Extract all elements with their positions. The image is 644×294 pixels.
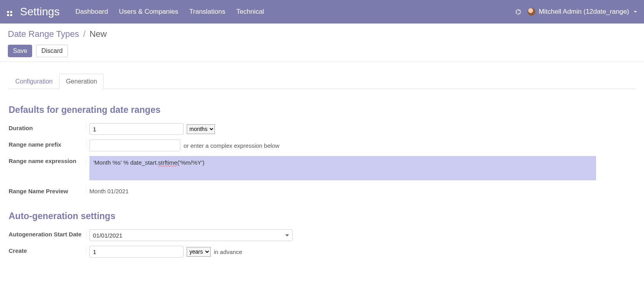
duration-input[interactable] — [89, 123, 184, 135]
apps-icon[interactable] — [7, 7, 12, 16]
app-brand[interactable]: Settings — [20, 5, 60, 18]
avatar — [528, 8, 535, 16]
control-panel: Date Range Types / New Save Discard — [0, 24, 644, 62]
preview-value: Month 01/2021 — [89, 186, 635, 194]
startdate-select[interactable]: 01/01/2021 — [89, 229, 293, 241]
label-startdate: Autogeneration Start Date — [9, 229, 86, 238]
label-duration: Duration — [9, 123, 86, 131]
user-menu[interactable]: Mitchell Admin (12date_range) — [528, 8, 637, 16]
row-expression: Range name expression 'Month %s' % date_… — [9, 156, 635, 181]
label-expression: Range name expression — [9, 156, 86, 164]
prefix-input[interactable] — [89, 140, 180, 151]
breadcrumb-current: New — [89, 29, 107, 39]
menu-translations[interactable]: Translations — [189, 8, 226, 16]
breadcrumb-parent[interactable]: Date Range Types — [8, 29, 79, 39]
navbar: Settings Dashboard Users & Companies Tra… — [0, 0, 644, 24]
row-preview: Range Name Preview Month 01/2021 — [9, 186, 635, 194]
breadcrumb: Date Range Types / New — [8, 29, 636, 39]
create-unit-select[interactable]: years — [187, 247, 211, 257]
save-button[interactable]: Save — [8, 45, 32, 57]
label-preview: Range Name Preview — [9, 186, 86, 194]
navbar-right: ⌬ Mitchell Admin (12date_range) — [515, 8, 637, 16]
chevron-down-icon — [634, 11, 637, 13]
menu-users-companies[interactable]: Users & Companies — [119, 8, 178, 16]
action-buttons: Save Discard — [8, 45, 636, 57]
section-autogen-title: Auto-generation settings — [9, 211, 635, 221]
expression-textarea[interactable] — [89, 156, 596, 180]
menu-technical[interactable]: Technical — [236, 8, 264, 16]
navbar-menu: Dashboard Users & Companies Translations… — [75, 8, 515, 16]
form-sheet: Configuration Generation Defaults for ge… — [0, 62, 644, 274]
create-suffix: in advance — [214, 249, 242, 255]
row-prefix: Range name prefix or enter a complex exp… — [9, 140, 635, 151]
debug-icon[interactable]: ⌬ — [515, 8, 521, 16]
label-prefix: Range name prefix — [9, 140, 86, 148]
duration-unit-select[interactable]: months — [187, 124, 215, 134]
discard-button[interactable]: Discard — [36, 45, 67, 57]
row-startdate: Autogeneration Start Date 01/01/2021 — [9, 229, 635, 241]
tab-generation[interactable]: Generation — [59, 74, 104, 89]
row-duration: Duration months — [9, 123, 635, 135]
section-defaults-title: Defaults for generating date ranges — [9, 105, 635, 115]
tabs: Configuration Generation — [9, 74, 635, 89]
menu-dashboard[interactable]: Dashboard — [75, 8, 108, 16]
user-name: Mitchell Admin (12date_range) — [538, 8, 629, 16]
startdate-value: 01/01/2021 — [93, 232, 122, 239]
prefix-helper: or enter a complex expression below — [184, 142, 279, 149]
chevron-down-icon — [285, 234, 289, 236]
row-create: Create years in advance — [9, 246, 635, 258]
tab-configuration[interactable]: Configuration — [9, 74, 59, 89]
label-create: Create — [9, 246, 86, 254]
breadcrumb-sep: / — [83, 29, 86, 39]
create-count-input[interactable] — [89, 246, 184, 258]
